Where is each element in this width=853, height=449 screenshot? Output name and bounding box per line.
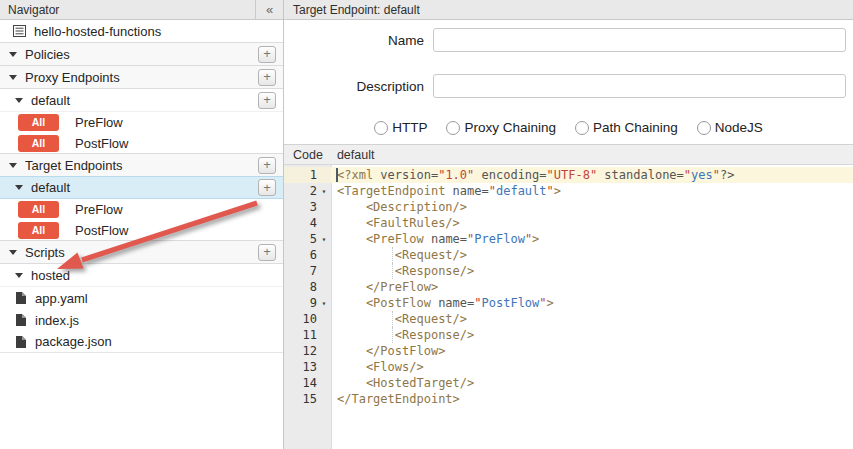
gutter-line-number: 15 [284, 391, 331, 407]
caret-down-icon [9, 250, 17, 255]
description-row: Description [284, 74, 853, 98]
radio-icon [446, 121, 460, 135]
radio-label: Proxy Chaining [464, 120, 556, 135]
add-button[interactable]: + [258, 69, 276, 86]
file-package-json[interactable]: package.json [0, 331, 283, 353]
tree-item-label: PostFlow [75, 223, 283, 238]
code-line-6[interactable]: 6 <Request/> [284, 247, 853, 263]
gutter-line-number: 12 [284, 343, 331, 359]
section-scripts[interactable]: Scripts+ [0, 240, 283, 264]
proxy-endpoints-flow-postflow[interactable]: AllPostFlow [0, 133, 283, 154]
code-line-7[interactable]: 7 <Response/> [284, 263, 853, 279]
tab-code[interactable]: Code [293, 148, 323, 162]
target-endpoints-node-default[interactable]: default+ [0, 176, 283, 199]
add-button[interactable]: + [258, 92, 276, 109]
caret-down-icon [15, 185, 23, 190]
code-line-5[interactable]: 5▾ <PreFlow name="PreFlow"> [284, 231, 853, 247]
code-editor[interactable]: 1<?xml version="1.0" encoding="UTF-8" st… [284, 165, 853, 449]
scripts-node-hosted[interactable]: hosted [0, 264, 283, 287]
code-editor-header: Code default [284, 144, 853, 165]
fold-spacer [317, 247, 331, 263]
gutter-line-number: 8 [284, 279, 331, 295]
code-line-content[interactable]: </PostFlow> [331, 343, 853, 359]
code-line-content[interactable]: </TargetEndpoint> [331, 391, 853, 407]
fold-spacer [317, 359, 331, 375]
code-line-14[interactable]: 14 <HostedTarget/> [284, 375, 853, 391]
section-target-endpoints[interactable]: Target Endpoints+ [0, 153, 283, 177]
caret-down-icon [9, 163, 17, 168]
section-policies[interactable]: Policies+ [0, 42, 283, 66]
code-line-content[interactable]: <Request/> [331, 311, 853, 327]
tree-item-label: PreFlow [75, 202, 283, 217]
code-line-content[interactable]: </PreFlow> [331, 279, 853, 295]
code-line-15[interactable]: 15</TargetEndpoint> [284, 391, 853, 407]
description-input[interactable] [433, 74, 846, 98]
proxy-hello-hosted-functions[interactable]: hello-hosted-functions [0, 20, 283, 43]
radio-proxy-chaining[interactable]: Proxy Chaining [446, 120, 556, 135]
code-line-8[interactable]: 8 </PreFlow> [284, 279, 853, 295]
fold-spacer [317, 263, 331, 279]
code-line-content[interactable]: <Response/> [331, 263, 853, 279]
fold-spacer [317, 215, 331, 231]
gutter-line-number[interactable]: 2▾ [284, 183, 331, 199]
section-proxy-endpoints[interactable]: Proxy Endpoints+ [0, 65, 283, 89]
fold-toggle-icon[interactable]: ▾ [317, 295, 331, 311]
gutter-line-number[interactable]: 9▾ [284, 295, 331, 311]
target-endpoints-flow-postflow[interactable]: AllPostFlow [0, 220, 283, 241]
fold-spacer [317, 391, 331, 407]
proxy-endpoints-node-default[interactable]: default+ [0, 89, 283, 112]
caret-down-icon [15, 273, 23, 278]
navigator-panel: Navigator « hello-hosted-functionsPolici… [0, 0, 284, 449]
code-line-content[interactable]: <HostedTarget/> [331, 375, 853, 391]
code-line-2[interactable]: 2▾<TargetEndpoint name="default"> [284, 183, 853, 199]
editor-file-name: default [337, 148, 375, 162]
code-line-content[interactable]: <Request/> [331, 247, 853, 263]
fold-spacer [317, 279, 331, 295]
file-app-yaml[interactable]: app.yaml [0, 287, 283, 309]
code-line-1[interactable]: 1<?xml version="1.0" encoding="UTF-8" st… [284, 167, 853, 183]
file-icon [16, 336, 26, 348]
gutter-line-number[interactable]: 5▾ [284, 231, 331, 247]
fold-spacer [317, 375, 331, 391]
code-line-content[interactable]: <Response/> [331, 327, 853, 343]
radio-label: Path Chaining [593, 120, 678, 135]
radio-http[interactable]: HTTP [374, 120, 427, 135]
code-line-9[interactable]: 9▾ <PostFlow name="PostFlow"> [284, 295, 853, 311]
gutter-line-number: 10 [284, 311, 331, 327]
code-line-content[interactable]: <PostFlow name="PostFlow"> [331, 295, 853, 311]
target-type-radios: HTTPProxy ChainingPath ChainingNodeJS [284, 120, 853, 135]
gutter-line-number: 13 [284, 359, 331, 375]
collapse-sidebar-button[interactable]: « [255, 0, 283, 19]
code-line-10[interactable]: 10 <Request/> [284, 311, 853, 327]
file-index-js[interactable]: index.js [0, 309, 283, 331]
tree-item-label: default [31, 180, 258, 195]
code-line-content[interactable]: <PreFlow name="PreFlow"> [331, 231, 853, 247]
description-label: Description [284, 79, 424, 94]
add-button[interactable]: + [258, 179, 276, 196]
radio-path-chaining[interactable]: Path Chaining [575, 120, 678, 135]
code-line-content[interactable]: <TargetEndpoint name="default"> [331, 183, 853, 199]
code-line-content[interactable]: <Flows/> [331, 359, 853, 375]
flow-condition-badge: All [18, 201, 59, 218]
code-line-13[interactable]: 13 <Flows/> [284, 359, 853, 375]
proxy-endpoints-flow-preflow[interactable]: AllPreFlow [0, 112, 283, 133]
radio-nodejs[interactable]: NodeJS [697, 120, 763, 135]
add-button[interactable]: + [258, 46, 276, 63]
name-label: Name [284, 33, 424, 48]
fold-toggle-icon[interactable]: ▾ [317, 183, 331, 199]
add-button[interactable]: + [258, 244, 276, 261]
code-line-content[interactable]: <?xml version="1.0" encoding="UTF-8" sta… [331, 167, 853, 183]
code-line-content[interactable]: <Description/> [331, 199, 853, 215]
add-button[interactable]: + [258, 157, 276, 174]
tree-item-label: Proxy Endpoints [25, 70, 258, 85]
code-line-11[interactable]: 11 <Response/> [284, 327, 853, 343]
code-line-3[interactable]: 3 <Description/> [284, 199, 853, 215]
name-input[interactable] [433, 28, 846, 52]
code-line-4[interactable]: 4 <FaultRules/> [284, 215, 853, 231]
target-endpoints-flow-preflow[interactable]: AllPreFlow [0, 199, 283, 220]
caret-down-icon [9, 75, 17, 80]
fold-toggle-icon[interactable]: ▾ [317, 231, 331, 247]
radio-icon [575, 121, 589, 135]
code-line-12[interactable]: 12 </PostFlow> [284, 343, 853, 359]
code-line-content[interactable]: <FaultRules/> [331, 215, 853, 231]
